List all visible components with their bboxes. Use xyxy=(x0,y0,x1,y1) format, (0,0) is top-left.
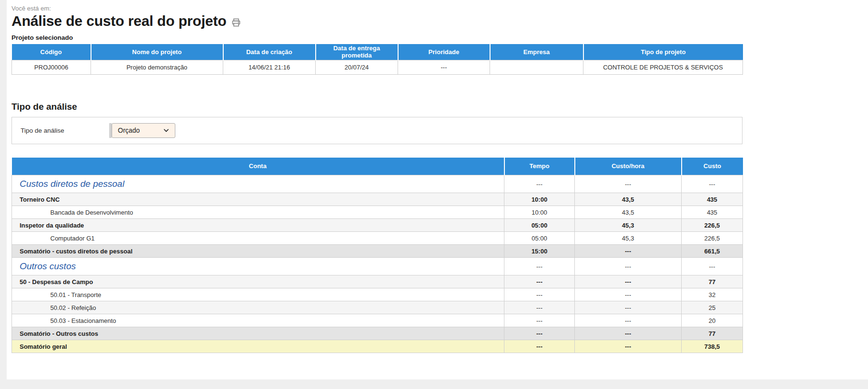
cost-cell-tempo: --- xyxy=(504,258,575,275)
project-column-header: Data de entrega prometida xyxy=(316,44,398,60)
cost-row-label: Somatório - Outros custos xyxy=(12,327,504,340)
cost-cell-custo: 226,5 xyxy=(682,232,743,245)
cost-cell-custo_hora: --- xyxy=(575,175,682,193)
project-section-title: Projeto selecionado xyxy=(11,34,742,41)
cost-cell-custo: 25 xyxy=(682,301,743,314)
cost-cell-custo: 661,5 xyxy=(682,245,743,258)
printer-icon xyxy=(231,22,241,29)
project-table: CódigoNome do projetoData de criaçãoData… xyxy=(11,44,743,75)
cost-row-label: Inspetor da qualidade xyxy=(12,219,504,232)
cost-cell-custo: 226,5 xyxy=(682,219,743,232)
cost-cell-custo_hora: 43,5 xyxy=(575,193,682,206)
cost-cell-custo_hora: --- xyxy=(575,258,682,275)
project-cell xyxy=(490,60,583,74)
cost-cell-custo_hora: 45,3 xyxy=(575,232,682,245)
cost-row-label: Custos diretos de pessoal xyxy=(12,175,504,193)
cost-cell-custo: --- xyxy=(682,175,743,193)
cost-cell-custo_hora: 43,5 xyxy=(575,206,682,219)
cost-table: ContaTempoCusto/horaCusto Custos diretos… xyxy=(11,158,743,354)
project-cell: Projeto demonstração xyxy=(91,60,223,74)
analysis-type-label: Tipo de análise xyxy=(21,127,109,134)
cost-cell-tempo: --- xyxy=(504,175,575,193)
cost-column-header: Custo xyxy=(682,158,743,175)
project-table-head-row: CódigoNome do projetoData de criaçãoData… xyxy=(12,44,743,60)
breadcrumb: Você está em: xyxy=(11,5,742,12)
cost-cell-tempo: 10:00 xyxy=(504,193,575,206)
print-button[interactable] xyxy=(231,18,241,27)
cost-row-child: Computador G105:0045,3226,5 xyxy=(12,232,743,245)
cost-cell-custo: 77 xyxy=(682,327,743,340)
project-column-header: Empresa xyxy=(490,44,583,60)
cost-row-label: 50.03 - Estacionamento xyxy=(12,314,504,327)
cost-row-label: Outros custos xyxy=(12,258,504,275)
cost-cell-tempo: --- xyxy=(504,288,575,301)
cost-cell-custo_hora: --- xyxy=(575,340,682,353)
cost-cell-custo_hora: --- xyxy=(575,327,682,340)
cost-row-label: Somatório geral xyxy=(12,340,504,353)
project-cell: PROJ00006 xyxy=(12,60,91,74)
cost-row-label: 50.02 - Refeição xyxy=(12,301,504,314)
cost-cell-custo_hora: --- xyxy=(575,288,682,301)
cost-cell-custo: 435 xyxy=(682,193,743,206)
project-table-data-row: PROJ00006Projeto demonstração14/06/21 21… xyxy=(12,60,743,74)
cost-cell-tempo: 05:00 xyxy=(504,232,575,245)
cost-cell-tempo: 05:00 xyxy=(504,219,575,232)
cost-row-label: Bancada de Desenvolvimento xyxy=(12,206,504,219)
project-column-header: Código xyxy=(12,44,91,60)
cost-row-parent: Torneiro CNC10:0043,5435 xyxy=(12,193,743,206)
project-column-header: Data de criação xyxy=(223,44,316,60)
page-title: Análise de custo real do projeto xyxy=(11,13,227,29)
cost-cell-tempo: --- xyxy=(504,327,575,340)
cost-cell-custo: 20 xyxy=(682,314,743,327)
project-column-header: Nome do projeto xyxy=(91,44,223,60)
cost-row-section: Custos diretos de pessoal--------- xyxy=(12,175,743,193)
cost-cell-tempo: --- xyxy=(504,275,575,288)
cost-cell-custo: 77 xyxy=(682,275,743,288)
analysis-type-select[interactable]: Orçado xyxy=(112,123,175,138)
cost-row-child: Bancada de Desenvolvimento10:0043,5435 xyxy=(12,206,743,219)
cost-cell-custo_hora: --- xyxy=(575,301,682,314)
cost-column-header: Conta xyxy=(12,158,504,175)
project-cell: CONTROLE DE PROJETOS & SERVIÇOS xyxy=(583,60,743,74)
cost-row-label: Somatório - custos diretos de pessoal xyxy=(12,245,504,258)
cost-column-header: Custo/hora xyxy=(575,158,682,175)
cost-row-section: Outros custos--------- xyxy=(12,258,743,275)
cost-row-parent: Inspetor da qualidade05:0045,3226,5 xyxy=(12,219,743,232)
cost-cell-custo: --- xyxy=(682,258,743,275)
cost-row-child: 50.02 - Refeição------25 xyxy=(12,301,743,314)
cost-cell-custo_hora: --- xyxy=(575,245,682,258)
analysis-type-box: Tipo de análise Orçado xyxy=(11,117,742,144)
cost-cell-tempo: --- xyxy=(504,340,575,353)
cost-cell-custo_hora: --- xyxy=(575,275,682,288)
cost-cell-custo: 435 xyxy=(682,206,743,219)
cost-row-child: 50.03 - Estacionamento------20 xyxy=(12,314,743,327)
project-cell: --- xyxy=(398,60,490,74)
cost-row-child: 50.01 - Transporte------32 xyxy=(12,288,743,301)
cost-cell-tempo: --- xyxy=(504,314,575,327)
project-column-header: Prioridade xyxy=(398,44,490,60)
cost-cell-tempo: --- xyxy=(504,301,575,314)
cost-row-total: Somatório geral------738,5 xyxy=(12,340,743,353)
cost-column-header: Tempo xyxy=(504,158,575,175)
content-panel: Você está em: Análise de custo real do p… xyxy=(7,0,868,379)
cost-cell-custo: 738,5 xyxy=(682,340,743,353)
cost-table-body: Custos diretos de pessoal---------Tornei… xyxy=(12,175,743,353)
cost-table-head-row: ContaTempoCusto/horaCusto xyxy=(12,158,743,175)
analysis-type-heading: Tipo de análise xyxy=(11,102,742,112)
cost-row-label: 50.01 - Transporte xyxy=(12,288,504,301)
cost-row-parent: 50 - Despesas de Campo------77 xyxy=(12,275,743,288)
cost-cell-custo: 32 xyxy=(682,288,743,301)
cost-row-label: 50 - Despesas de Campo xyxy=(12,275,504,288)
project-cell: 14/06/21 21:16 xyxy=(223,60,316,74)
cost-cell-custo_hora: --- xyxy=(575,314,682,327)
cost-cell-tempo: 10:00 xyxy=(504,206,575,219)
cost-row-subtotal: Somatório - custos diretos de pessoal15:… xyxy=(12,245,743,258)
cost-row-label: Torneiro CNC xyxy=(12,193,504,206)
cost-row-label: Computador G1 xyxy=(12,232,504,245)
cost-cell-tempo: 15:00 xyxy=(504,245,575,258)
cost-row-subtotal: Somatório - Outros custos------77 xyxy=(12,327,743,340)
cost-cell-custo_hora: 45,3 xyxy=(575,219,682,232)
project-column-header: Tipo de projeto xyxy=(583,44,743,60)
project-cell: 20/07/24 xyxy=(316,60,398,74)
